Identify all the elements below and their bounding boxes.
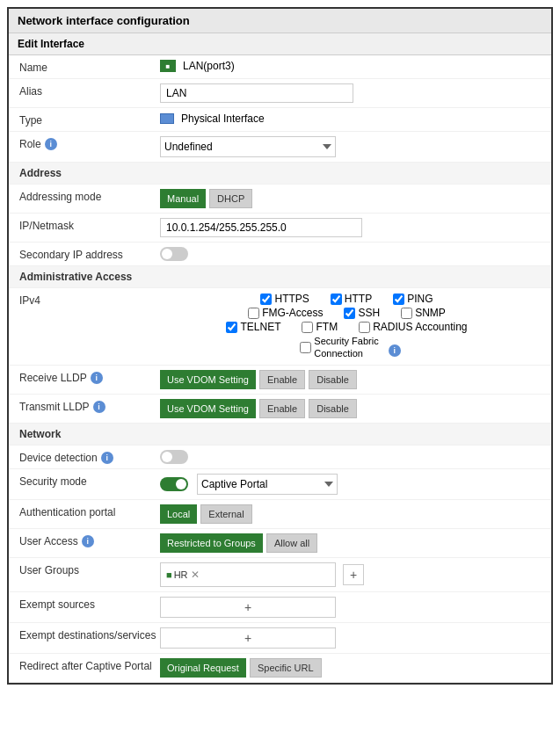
receive-lldp-enable-button[interactable]: Enable	[259, 370, 305, 389]
hr-tag: ■ HR ✕	[166, 569, 200, 581]
security-fabric-info-icon[interactable]: i	[389, 344, 401, 357]
name-value: ■ LAN(port3)	[160, 60, 541, 72]
admin-access-section: Administrative Access	[9, 266, 551, 288]
role-value: Undefined	[160, 136, 541, 157]
exempt-dest-row: Exempt destinations/services +	[9, 623, 551, 654]
device-detection-label: Device detection i	[19, 450, 160, 464]
restricted-groups-button[interactable]: Restricted to Groups	[160, 533, 263, 553]
exempt-sources-add[interactable]: +	[244, 600, 251, 614]
secondary-ip-toggle[interactable]	[160, 247, 188, 261]
exempt-sources-row: Exempt sources +	[9, 592, 551, 623]
secondary-ip-value	[160, 247, 541, 261]
edit-interface-header: Edit Interface	[9, 33, 551, 55]
user-groups-label: User Groups	[19, 562, 160, 576]
transmit-lldp-vdom-button[interactable]: Use VDOM Setting	[160, 399, 256, 418]
ssh-check[interactable]: SSH	[344, 307, 380, 319]
telnet-check[interactable]: TELNET	[226, 321, 280, 333]
receive-lldp-row: Receive LLDP i Use VDOM Setting Enable D…	[9, 366, 551, 395]
exempt-dest-box: +	[160, 627, 336, 649]
addressing-mode-value: Manual DHCP	[160, 189, 541, 208]
ftm-check[interactable]: FTM	[302, 321, 338, 333]
exempt-dest-value: +	[160, 627, 541, 649]
exempt-dest-label: Exempt destinations/services	[19, 627, 160, 641]
allow-all-button[interactable]: Allow all	[266, 533, 317, 553]
radius-check[interactable]: RADIUS Accounting	[359, 321, 467, 333]
receive-lldp-vdom-button[interactable]: Use VDOM Setting	[160, 370, 256, 389]
hr-tag-remove[interactable]: ✕	[191, 569, 200, 581]
ping-check[interactable]: PING	[393, 293, 433, 305]
name-row: Name ■ LAN(port3)	[9, 55, 551, 79]
exempt-sources-box: +	[160, 597, 336, 618]
auth-portal-external-button[interactable]: External	[200, 504, 251, 524]
type-text: Physical Interface	[181, 112, 265, 125]
ip-netmask-label: IP/Netmask	[19, 218, 160, 232]
addressing-mode-row: Addressing mode Manual DHCP	[9, 185, 551, 214]
page-title: Network interface configuration	[9, 9, 551, 33]
exempt-sources-label: Exempt sources	[19, 597, 160, 611]
addressing-mode-label: Addressing mode	[19, 189, 160, 203]
security-fabric-check[interactable]: Security FabricConnection	[300, 335, 378, 360]
snmp-check[interactable]: SNMP	[401, 307, 446, 319]
type-value: Physical Interface	[160, 112, 541, 125]
dhcp-button[interactable]: DHCP	[209, 189, 252, 208]
form-body: Name ■ LAN(port3) Alias Type Physical In…	[9, 55, 551, 683]
https-check[interactable]: HTTPS	[260, 293, 309, 305]
interface-icon	[160, 113, 174, 124]
ipv4-checkboxes: HTTPS HTTP PING FMG-Access SSH	[160, 293, 541, 360]
security-mode-label: Security mode	[19, 474, 160, 488]
exempt-dest-add[interactable]: +	[244, 631, 251, 645]
device-detection-info-icon[interactable]: i	[101, 452, 113, 464]
name-label: Name	[19, 60, 160, 74]
exempt-sources-value: +	[160, 597, 541, 618]
transmit-lldp-row: Transmit LLDP i Use VDOM Setting Enable …	[9, 395, 551, 424]
user-groups-row: User Groups ■ HR ✕ +	[9, 558, 551, 592]
alias-row: Alias	[9, 79, 551, 108]
role-select[interactable]: Undefined	[160, 136, 336, 157]
user-groups-add[interactable]: +	[343, 564, 364, 585]
redirect-label: Redirect after Captive Portal	[19, 658, 160, 672]
user-groups-value: ■ HR ✕ +	[160, 562, 541, 587]
manual-button[interactable]: Manual	[160, 189, 206, 208]
alias-label: Alias	[19, 83, 160, 98]
type-row: Type Physical Interface	[9, 108, 551, 132]
original-request-button[interactable]: Original Request	[160, 658, 246, 678]
auth-portal-row: Authentication portal Local External	[9, 500, 551, 529]
ip-netmask-input[interactable]	[160, 218, 362, 237]
role-info-icon[interactable]: i	[45, 138, 57, 150]
ipv4-row: IPv4 HTTPS HTTP PING FMG-Access	[9, 288, 551, 366]
network-section: Network	[9, 424, 551, 446]
device-detection-toggle[interactable]	[160, 450, 188, 464]
receive-lldp-buttons: Use VDOM Setting Enable Disable	[160, 370, 541, 389]
secondary-ip-label: Secondary IP address	[19, 247, 160, 261]
fmg-access-check[interactable]: FMG-Access	[248, 307, 323, 319]
alias-value	[160, 83, 541, 103]
security-mode-toggle[interactable]	[160, 477, 188, 491]
transmit-lldp-label: Transmit LLDP i	[19, 399, 160, 413]
transmit-lldp-enable-button[interactable]: Enable	[259, 399, 305, 418]
receive-lldp-disable-button[interactable]: Disable	[309, 370, 357, 389]
transmit-lldp-disable-button[interactable]: Disable	[309, 399, 357, 418]
address-section: Address	[9, 163, 551, 185]
role-row: Role i Undefined	[9, 132, 551, 163]
user-groups-box: ■ HR ✕	[160, 562, 336, 587]
alias-input[interactable]	[160, 83, 353, 103]
receive-lldp-info-icon[interactable]: i	[91, 372, 103, 384]
specific-url-button[interactable]: Specific URL	[250, 658, 322, 678]
device-detection-value	[160, 450, 541, 464]
user-access-info-icon[interactable]: i	[82, 535, 94, 547]
security-mode-row: Security mode Captive Portal	[9, 469, 551, 500]
user-access-buttons: Restricted to Groups Allow all	[160, 533, 541, 553]
auth-portal-label: Authentication portal	[19, 504, 160, 518]
auth-portal-local-button[interactable]: Local	[160, 504, 197, 524]
ipv4-label: IPv4	[19, 293, 160, 307]
security-mode-select[interactable]: Captive Portal	[197, 474, 338, 495]
secondary-ip-row: Secondary IP address	[9, 243, 551, 266]
device-detection-row: Device detection i	[9, 446, 551, 469]
hr-icon: ■ HR	[166, 569, 188, 580]
transmit-lldp-info-icon[interactable]: i	[93, 401, 105, 413]
ip-netmask-value	[160, 218, 541, 237]
user-access-label: User Access i	[19, 533, 160, 547]
transmit-lldp-buttons: Use VDOM Setting Enable Disable	[160, 399, 541, 418]
http-check[interactable]: HTTP	[331, 293, 372, 305]
name-text: LAN(port3)	[183, 60, 235, 72]
